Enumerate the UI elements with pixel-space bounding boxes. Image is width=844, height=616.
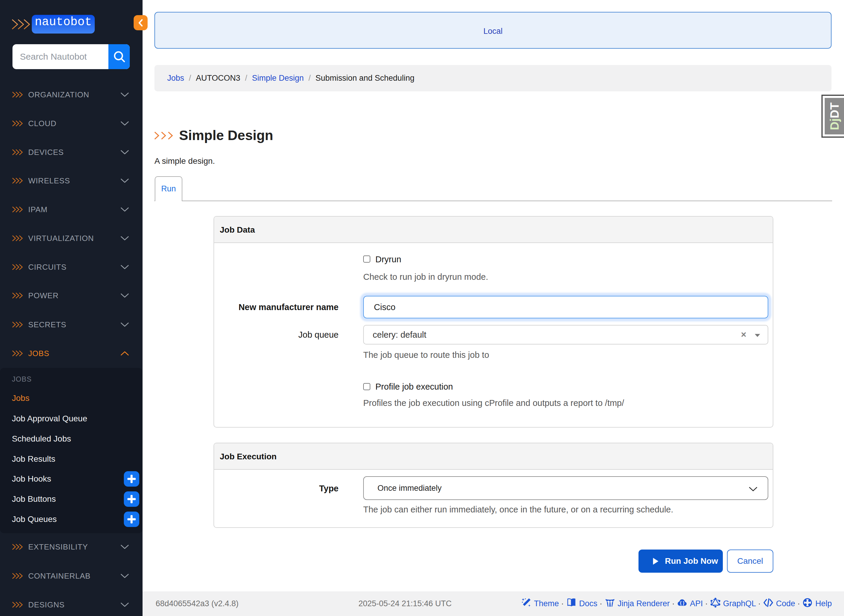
svg-text:{ }: { }: [680, 601, 685, 605]
